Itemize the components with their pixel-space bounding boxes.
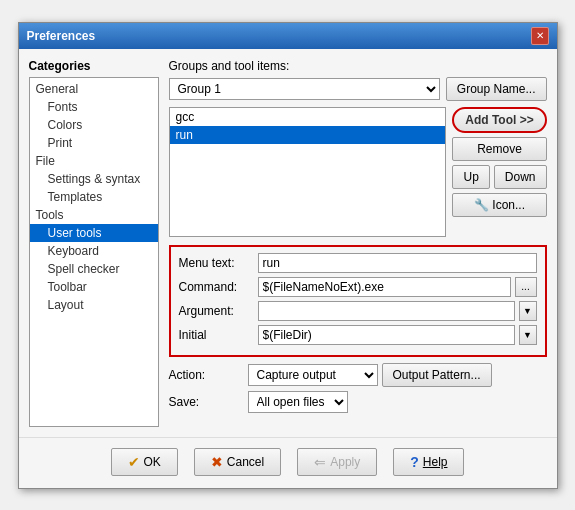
tool-item-gcc[interactable]: gcc [170, 108, 446, 126]
cat-item-fonts[interactable]: Fonts [30, 98, 158, 116]
action-select[interactable]: Capture output Run silently Open [248, 364, 378, 386]
title-bar-buttons: ✕ [531, 27, 549, 45]
apply-icon: ⇐ [314, 454, 326, 470]
ok-label: OK [144, 455, 161, 469]
apply-label: Apply [330, 455, 360, 469]
save-select[interactable]: All open files Current file No save [248, 391, 348, 413]
apply-button[interactable]: ⇐ Apply [297, 448, 377, 476]
dialog-content: Categories General Fonts Colors Print Fi… [19, 49, 557, 437]
cat-item-templates[interactable]: Templates [30, 188, 158, 206]
initial-row: Initial ▼ [179, 325, 537, 345]
save-label: Save: [169, 395, 244, 409]
cat-item-print[interactable]: Print [30, 134, 158, 152]
tools-list: gcc run [169, 107, 447, 237]
help-icon: ? [410, 454, 419, 470]
command-row: Command: ... [179, 277, 537, 297]
menu-text-input[interactable] [258, 253, 537, 273]
group-select[interactable]: Group 1 [169, 78, 440, 100]
command-ellipsis-button[interactable]: ... [515, 277, 537, 297]
cat-item-settings-syntax[interactable]: Settings & syntax [30, 170, 158, 188]
cancel-label: Cancel [227, 455, 264, 469]
title-bar: Preferences ✕ [19, 23, 557, 49]
argument-dropdown-icon[interactable]: ▼ [519, 301, 537, 321]
command-label: Command: [179, 280, 254, 294]
right-panel: Groups and tool items: Group 1 Group Nam… [169, 59, 547, 427]
initial-dropdown-icon[interactable]: ▼ [519, 325, 537, 345]
output-pattern-button[interactable]: Output Pattern... [382, 363, 492, 387]
dialog-window: Preferences ✕ Categories General Fonts C… [18, 22, 558, 489]
cat-item-tools[interactable]: Tools [30, 206, 158, 224]
window-title: Preferences [27, 29, 96, 43]
argument-input[interactable] [258, 301, 515, 321]
menu-text-label: Menu text: [179, 256, 254, 270]
tools-buttons: Add Tool >> Remove Up Down 🔧 Icon... [452, 107, 546, 237]
argument-label: Argument: [179, 304, 254, 318]
cat-item-user-tools[interactable]: User tools [30, 224, 158, 242]
cat-item-toolbar[interactable]: Toolbar [30, 278, 158, 296]
menu-text-row: Menu text: [179, 253, 537, 273]
categories-panel: Categories General Fonts Colors Print Fi… [29, 59, 159, 427]
initial-label: Initial [179, 328, 254, 342]
down-button[interactable]: Down [494, 165, 547, 189]
ok-icon: ✔ [128, 454, 140, 470]
tool-item-run[interactable]: run [170, 126, 446, 144]
help-button[interactable]: ? Help [393, 448, 464, 476]
remove-button[interactable]: Remove [452, 137, 546, 161]
cat-item-colors[interactable]: Colors [30, 116, 158, 134]
cat-item-general[interactable]: General [30, 80, 158, 98]
command-input[interactable] [258, 277, 511, 297]
categories-list: General Fonts Colors Print File Settings… [29, 77, 159, 427]
bottom-bar: ✔ OK ✖ Cancel ⇐ Apply ? Help [19, 437, 557, 488]
groups-label: Groups and tool items: [169, 59, 547, 73]
form-section: Menu text: Command: ... Argument: ▼ Init… [169, 245, 547, 357]
up-down-row: Up Down [452, 165, 546, 189]
argument-row: Argument: ▼ [179, 301, 537, 321]
categories-title: Categories [29, 59, 159, 73]
group-name-button[interactable]: Group Name... [446, 77, 547, 101]
cat-item-spell-checker[interactable]: Spell checker [30, 260, 158, 278]
close-button[interactable]: ✕ [531, 27, 549, 45]
cat-item-layout[interactable]: Layout [30, 296, 158, 314]
cat-item-file[interactable]: File [30, 152, 158, 170]
add-tool-button[interactable]: Add Tool >> [452, 107, 546, 133]
initial-input[interactable] [258, 325, 515, 345]
group-row: Group 1 Group Name... [169, 77, 547, 101]
up-button[interactable]: Up [452, 165, 489, 189]
help-label: Help [423, 455, 448, 469]
icon-button[interactable]: 🔧 Icon... [452, 193, 546, 217]
cat-item-keyboard[interactable]: Keyboard [30, 242, 158, 260]
action-label: Action: [169, 368, 244, 382]
action-row: Action: Capture output Run silently Open… [169, 363, 547, 387]
ok-button[interactable]: ✔ OK [111, 448, 178, 476]
tools-area: gcc run Add Tool >> Remove Up Down 🔧 Ico… [169, 107, 547, 237]
cancel-button[interactable]: ✖ Cancel [194, 448, 281, 476]
cancel-icon: ✖ [211, 454, 223, 470]
save-row: Save: All open files Current file No sav… [169, 391, 547, 413]
